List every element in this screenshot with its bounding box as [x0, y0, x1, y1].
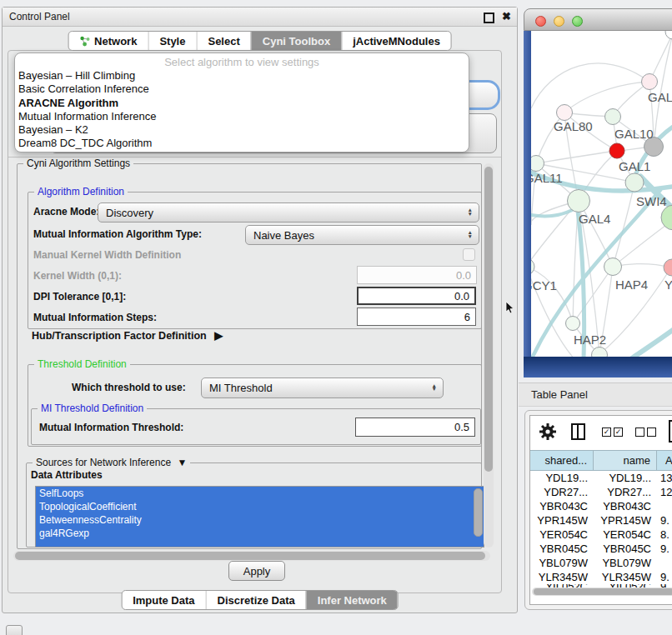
- tab-impute-data[interactable]: Impute Data: [122, 591, 205, 609]
- scrollbar-thumb[interactable]: [534, 588, 672, 595]
- tab-select[interactable]: Select: [196, 32, 250, 50]
- manual-kernel-checkbox[interactable]: [463, 248, 475, 261]
- dropdown-item[interactable]: Bayesian – Hill Climbing: [15, 69, 469, 82]
- table-header-row: shared... name A: [530, 450, 672, 471]
- dropdown-item-selected[interactable]: ARACNE Algorithm: [15, 97, 469, 110]
- dropdown-item[interactable]: Bayesian – K2: [15, 123, 469, 137]
- dropdown-item[interactable]: Dream8 DC_TDC Algorithm: [15, 137, 469, 150]
- network-view-window: GAL7 GAL80 GAL10 GAL1 GAL11 SWI4 GAL4 GC…: [524, 8, 672, 378]
- zoom-traffic-light[interactable]: [572, 16, 583, 27]
- group-title: Algorithm Definition: [34, 186, 128, 198]
- collapsed-arrow-icon: ▶: [214, 329, 223, 342]
- sources-toggle[interactable]: Sources for Network Inference ▼: [33, 457, 190, 468]
- hub-tf-definition-toggle[interactable]: Hub/Transcription Factor Definition ▶: [32, 329, 223, 342]
- node-gcy1[interactable]: [531, 258, 534, 275]
- dropdown-item[interactable]: Mutual Information Inference: [15, 110, 469, 123]
- table-row[interactable]: YDL19...YDL19...13: [530, 471, 672, 485]
- window-title: Control Panel: [9, 8, 70, 26]
- hide-columns-icon[interactable]: [635, 428, 656, 437]
- dpi-tolerance-field[interactable]: 0.0: [357, 287, 476, 305]
- scrollbar-thumb[interactable]: [484, 167, 493, 472]
- node-gal11[interactable]: [531, 156, 544, 172]
- close-icon[interactable]: ✖: [502, 9, 511, 24]
- node-gal1[interactable]: [609, 143, 624, 158]
- tab-infer-network[interactable]: Infer Network: [306, 591, 398, 609]
- checked-box-icon: ✓: [614, 428, 623, 437]
- tab-label: Network: [94, 35, 137, 48]
- table-panel-titlebar: Table Panel: [519, 382, 672, 407]
- group-title: Cyni Algorithm Settings: [23, 158, 133, 169]
- table-row[interactable]: YBL079WYBL079W: [530, 556, 672, 570]
- tab-cyni-toolbox[interactable]: Cyni Toolbox: [251, 32, 341, 50]
- node-hap4[interactable]: [604, 258, 622, 276]
- node-gal7[interactable]: [642, 74, 658, 90]
- list-item[interactable]: [36, 540, 484, 548]
- column-header[interactable]: A: [657, 450, 672, 471]
- columns-icon[interactable]: [571, 423, 585, 440]
- aracne-mode-label: Aracne Mode:: [33, 206, 99, 218]
- list-item[interactable]: gal4RGexp: [36, 527, 484, 540]
- node-hap2[interactable]: [566, 317, 580, 331]
- export-table-icon[interactable]: [669, 420, 672, 442]
- data-attributes-label: Data Attributes: [31, 469, 103, 481]
- mi-threshold-field[interactable]: 0.5: [355, 418, 475, 437]
- column-header[interactable]: shared...: [530, 450, 594, 471]
- node-gal80[interactable]: [557, 105, 573, 121]
- dropdown-item[interactable]: Basic Correlation Inference: [15, 82, 469, 96]
- tab-network[interactable]: Network: [68, 32, 148, 50]
- apply-button[interactable]: Apply: [228, 561, 285, 581]
- aracne-mode-combobox[interactable]: Discovery ▲▼: [98, 202, 479, 222]
- minimize-traffic-light[interactable]: [554, 16, 564, 27]
- table-row[interactable]: YDR27...YDR27...12: [530, 485, 672, 499]
- settings-vertical-scrollbar[interactable]: [484, 163, 494, 548]
- table-row[interactable]: YBR045CYBR045C9.: [530, 542, 672, 556]
- which-threshold-combobox[interactable]: MI Threshold ▲▼: [201, 378, 444, 398]
- tab-jactivemnodules[interactable]: jActiveMNodules: [341, 32, 451, 50]
- table-row[interactable]: YLR345WYLR345W9.: [530, 570, 672, 584]
- float-window-icon[interactable]: [484, 12, 494, 23]
- node-salmon[interactable]: [664, 259, 672, 276]
- table-row[interactable]: YBR043CYBR043C: [530, 499, 672, 513]
- settings-horizontal-scrollbar[interactable]: [13, 551, 490, 561]
- close-traffic-light[interactable]: [535, 16, 546, 27]
- list-item[interactable]: TopologicalCoefficient: [36, 500, 484, 513]
- tab-label: Select: [208, 35, 239, 48]
- node-gal4[interactable]: [568, 190, 590, 212]
- mouse-cursor: [505, 302, 514, 314]
- gear-icon[interactable]: [539, 422, 557, 441]
- table-panel: ✓ ✓ shared... name A YDL19...YDL19...13 …: [524, 410, 672, 610]
- column-header[interactable]: name: [594, 450, 657, 471]
- control-panel-window: Control Panel ✖ Network Style Select Cyn…: [2, 7, 518, 613]
- table-row[interactable]: YPR145WYPR145W9.: [530, 513, 672, 528]
- tab-label: Discretize Data: [218, 594, 295, 607]
- node-label: HAP4: [615, 278, 648, 292]
- dpi-tolerance-label: DPI Tolerance [0,1]:: [33, 291, 126, 302]
- scrollbar-thumb[interactable]: [15, 552, 485, 560]
- tab-style[interactable]: Style: [148, 32, 196, 50]
- list-scrollbar[interactable]: [474, 488, 483, 537]
- node-label: Y: [664, 278, 672, 292]
- data-attributes-list[interactable]: SelfLoops TopologicalCoefficient Between…: [35, 486, 484, 548]
- show-columns-icon[interactable]: ✓ ✓: [602, 428, 623, 437]
- window-frame-left: [524, 31, 531, 378]
- combobox-value: Naive Bayes: [253, 229, 314, 242]
- table-horizontal-scrollbar[interactable]: [532, 588, 672, 596]
- which-threshold-label: Which threshold to use:: [72, 382, 186, 393]
- node-green-large[interactable]: [661, 205, 672, 230]
- node-gal10[interactable]: [605, 109, 621, 125]
- sources-group: Sources for Network Inference ▼ Data Att…: [26, 462, 482, 548]
- list-item[interactable]: SelfLoops: [36, 487, 484, 500]
- list-item[interactable]: BetweennessCentrality: [36, 513, 484, 527]
- mi-algorithm-type-combobox[interactable]: Naive Bayes ▲▼: [245, 225, 479, 245]
- node-swi4[interactable]: [625, 173, 644, 192]
- node-label: HAP2: [574, 332, 606, 347]
- table-row[interactable]: YER054CYER054C8.: [530, 528, 672, 542]
- tab-discretize-data[interactable]: Discretize Data: [206, 591, 306, 609]
- mi-steps-field[interactable]: 6: [357, 308, 476, 326]
- tab-label: Cyni Toolbox: [263, 35, 330, 48]
- docked-panel-icon[interactable]: [6, 625, 23, 635]
- data-operations-tabbar: Impute Data Discretize Data Infer Networ…: [121, 590, 399, 610]
- mi-threshold-label: Mutual Information Threshold:: [39, 422, 183, 433]
- node[interactable]: [665, 31, 672, 39]
- network-canvas[interactable]: GAL7 GAL80 GAL10 GAL1 GAL11 SWI4 GAL4 GC…: [531, 31, 672, 357]
